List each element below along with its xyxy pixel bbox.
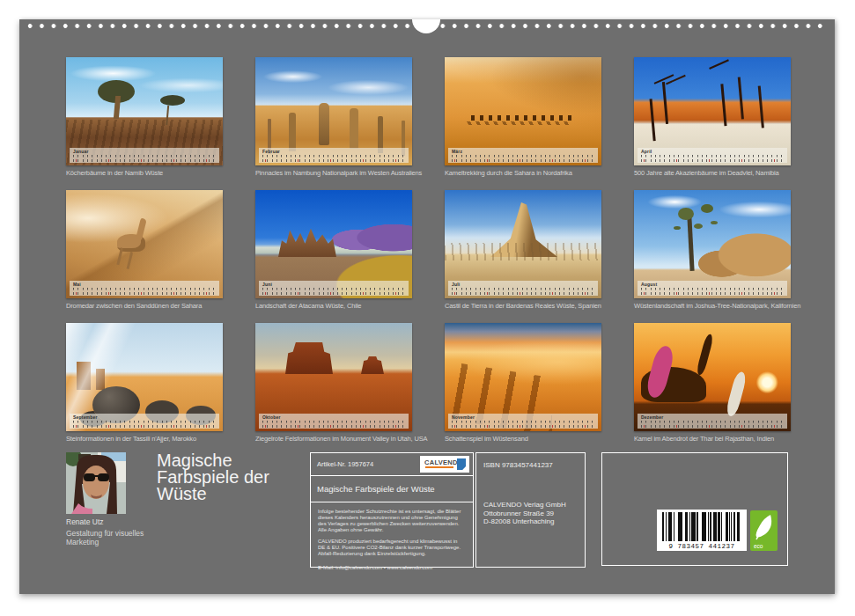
thumbnail-image: Mai — [66, 190, 223, 298]
calendar-thumbnail: Juni Landschaft der Atacama Wüste, Chile — [255, 190, 412, 311]
thumbnail-image: März — [445, 57, 601, 165]
calendar-thumbnail: September Steinformationen in der Tassil… — [66, 323, 223, 444]
article-number: Artikel-Nr. 1957674 — [317, 460, 373, 468]
product-title-row: Magische Farbspiele der Wüste — [311, 476, 473, 502]
contact-line: E-Mail: info@calvendo.com • www.calvendo… — [318, 565, 466, 571]
mini-calendar-days — [262, 288, 405, 295]
barcode-digits: 9 783457 441237 — [657, 543, 747, 550]
thumbnail-image: August — [634, 190, 791, 298]
thumbnail-caption: Köcherbäume in der Namib Wüste — [66, 169, 223, 178]
thumbnail-caption: Landschaft der Atacama Wüste, Chile — [255, 302, 412, 311]
calvendo-logo-tagline — [425, 466, 453, 468]
mini-calendar-days — [73, 155, 216, 162]
calvendo-logo: CALVENDO — [420, 456, 469, 473]
calendar-thumbnail: November Schattenspiel im Wüstensand — [445, 323, 601, 444]
legal-paragraph-2: CALVENDO produziert bedarfsgerecht und k… — [318, 539, 466, 557]
product-info-box: Artikel-Nr. 1957674 CALVENDO Magische Fa… — [310, 452, 474, 568]
thumbnail-image: September — [66, 323, 223, 431]
thumbnail-caption: Castil de Tierra in der Bardenas Reales … — [445, 302, 601, 311]
calendar-thumbnail: Februar Pinnacles im Nambung Nationalpar… — [255, 57, 412, 178]
mini-calendar-month: August — [641, 282, 657, 287]
calendar-thumbnail: März Kameltrekking durch die Sahara in N… — [445, 57, 601, 178]
thumbnail-caption: Wüstenlandschaft im Joshua-Tree-National… — [634, 302, 791, 311]
thumbnail-image: Februar — [255, 57, 412, 165]
thumbnail-caption: 500 Jahre alte Akazienbäume im Deadvlei,… — [634, 169, 791, 178]
thumbnail-image: April — [634, 57, 791, 165]
mini-calendar-strip: August — [638, 281, 787, 296]
mini-calendar-month: Juni — [262, 282, 272, 287]
mini-calendar-strip: Oktober — [259, 414, 409, 429]
author-name: Renate Utz — [66, 517, 104, 526]
mini-calendar-month: September — [73, 414, 98, 420]
thumbnail-image: November — [445, 323, 601, 431]
barcode: 9 783457 441237 — [657, 510, 747, 551]
barcode-bars — [662, 512, 741, 541]
publisher-address: CALVENDO Verlag GmbH Ottobrunner Straße … — [483, 501, 566, 526]
mini-calendar-days — [452, 155, 594, 162]
mini-calendar-strip: Juni — [259, 281, 409, 296]
mini-calendar-days — [641, 288, 784, 295]
mini-calendar-strip: Juli — [448, 281, 598, 296]
mini-calendar-strip: April — [638, 148, 787, 163]
calendar-thumbnail: Dezember Kamel im Abendrot der Thar bei … — [634, 323, 791, 444]
mini-calendar-month: Januar — [73, 149, 89, 154]
mini-calendar-strip: Februar — [259, 148, 409, 163]
mini-calendar-days — [73, 288, 216, 295]
mini-calendar-strip: September — [70, 414, 219, 429]
mini-calendar-strip: März — [448, 148, 598, 163]
mini-calendar-strip: November — [448, 414, 598, 429]
isbn-number: ISBN 9783457441237 — [483, 461, 553, 469]
calendar-thumbnail: Mai Dromedar zwischen den Sanddünen der … — [66, 190, 223, 311]
calendar-thumbnail: August Wüstenlandschaft im Joshua-Tree-N… — [634, 190, 791, 311]
calendar-back-page: Januar Köcherbäume in der Namib Wüste Fe… — [19, 19, 835, 594]
mini-calendar-month: Juli — [452, 282, 460, 287]
thumbnail-caption: Steinformationen in der Tassili n'Ajjer,… — [66, 435, 223, 444]
thumbnail-caption: Dromedar zwischen den Sanddünen der Saha… — [66, 302, 223, 311]
page-title: Magische Farbspiele der Wüste — [157, 452, 269, 502]
calendar-thumbnail: Oktober Ziegelrote Felsformationen im Mo… — [255, 323, 412, 444]
mini-calendar-month: Mai — [73, 282, 81, 287]
thumbnail-image: Oktober — [255, 323, 412, 431]
mini-calendar-month: Oktober — [262, 414, 281, 420]
barcode-box: 9 783457 441237 eco — [601, 452, 788, 566]
thumbnail-image: Dezember — [634, 323, 791, 431]
calendar-thumbnail: Juli Castil de Tierra in der Bardenas Re… — [445, 190, 601, 311]
thumbnail-caption: Kamel im Abendrot der Thar bei Rajasthan… — [634, 435, 791, 444]
eco-badge: eco — [750, 510, 778, 551]
product-title: Magische Farbspiele der Wüste — [317, 484, 435, 494]
author-role-line1: Gestaltung für visuelles — [66, 529, 144, 538]
author-photo — [66, 452, 126, 514]
mini-calendar-days — [262, 421, 405, 428]
thumbnail-image: Januar — [66, 57, 223, 165]
thumbnail-image: Juni — [255, 190, 412, 298]
mini-calendar-strip: Januar — [70, 148, 219, 163]
author-portrait-art — [66, 452, 126, 514]
author-role-line2: Marketing — [66, 538, 144, 546]
calendar-thumbnail: April 500 Jahre alte Akazienbäume im Dea… — [634, 57, 791, 178]
mini-calendar-month: Dezember — [641, 414, 664, 420]
mini-calendar-days — [73, 421, 216, 428]
hanger-hole — [412, 19, 440, 33]
calendar-thumbnail: Januar Köcherbäume in der Namib Wüste — [66, 57, 223, 178]
isbn-box: ISBN 9783457441237 CALVENDO Verlag GmbH … — [475, 452, 586, 568]
mini-calendar-days — [641, 155, 784, 162]
mini-calendar-days — [262, 155, 405, 162]
thumbnail-caption: Pinnacles im Nambung Nationalpark im Wes… — [255, 169, 412, 178]
eco-badge-label: eco — [754, 543, 763, 549]
calvendo-page-icon — [457, 458, 466, 470]
publisher-line2: Ottobrunner Straße 39 — [483, 510, 566, 518]
mini-calendar-days — [641, 421, 784, 428]
thumbnail-image: Juli — [445, 190, 601, 298]
eco-leaf-icon — [753, 513, 775, 541]
mini-calendar-month: November — [452, 414, 475, 420]
legal-block: Infolge bestehender Schutzrechte ist es … — [311, 502, 473, 571]
publisher-line3: D-82008 Unterhaching — [483, 517, 566, 526]
article-row: Artikel-Nr. 1957674 CALVENDO — [311, 453, 473, 476]
mini-calendar-strip: Mai — [70, 281, 219, 296]
mini-calendar-days — [452, 421, 594, 428]
publisher-line1: CALVENDO Verlag GmbH — [483, 501, 566, 510]
page-title-line3: Wüste — [157, 486, 269, 502]
mini-calendar-month: März — [452, 149, 462, 154]
author-role: Gestaltung für visuelles Marketing — [66, 529, 144, 546]
mini-calendar-strip: Dezember — [638, 414, 787, 429]
